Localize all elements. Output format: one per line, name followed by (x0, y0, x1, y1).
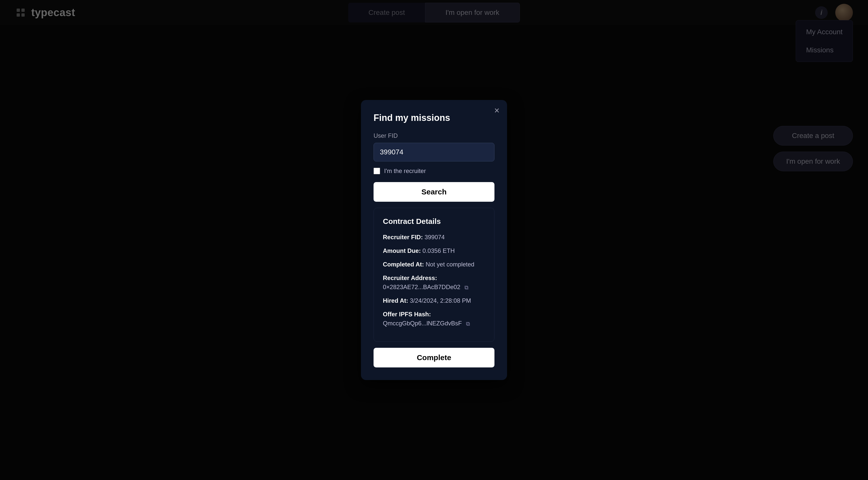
offer-ipfs-val: QmccgGbQp6...lNEZGdvBsF (383, 320, 462, 327)
contract-amount-due: Amount Due: 0.0356 ETH (383, 246, 485, 255)
modal-backdrop: × Find my missions User FID I'm the recr… (0, 0, 868, 480)
user-fid-input[interactable] (374, 143, 494, 161)
recruiter-fid-key: Recruiter FID: (383, 234, 423, 241)
copy-ipfs-icon[interactable]: ⧉ (466, 320, 470, 328)
contract-title: Contract Details (383, 217, 485, 226)
contract-offer-ipfs: Offer IPFS Hash: QmccgGbQp6...lNEZGdvBsF… (383, 310, 485, 328)
modal-title: Find my missions (374, 113, 494, 123)
contract-details: Contract Details Recruiter FID: 399074 A… (374, 208, 494, 342)
offer-ipfs-key: Offer IPFS Hash: (383, 311, 431, 318)
completed-at-key: Completed At: (383, 261, 424, 268)
recruiter-fid-val: 399074 (425, 234, 444, 241)
amount-due-val: 0.0356 ETH (423, 247, 455, 254)
copy-address-icon[interactable]: ⧉ (464, 283, 468, 292)
recruiter-checkbox-label: I'm the recruiter (384, 167, 426, 174)
search-button[interactable]: Search (374, 182, 494, 202)
contract-recruiter-fid: Recruiter FID: 399074 (383, 233, 485, 242)
completed-at-val: Not yet completed (426, 261, 474, 268)
recruiter-checkbox-row: I'm the recruiter (374, 167, 494, 174)
find-missions-modal: × Find my missions User FID I'm the recr… (361, 100, 507, 380)
contract-completed-at: Completed At: Not yet completed (383, 260, 485, 269)
recruiter-address-key: Recruiter Address: (383, 275, 437, 281)
contract-recruiter-address: Recruiter Address: 0×2823AE72...BAcB7DDe… (383, 274, 485, 292)
complete-button[interactable]: Complete (374, 348, 494, 367)
contract-hired-at: Hired At: 3/24/2024, 2:28:08 PM (383, 296, 485, 305)
amount-due-key: Amount Due: (383, 247, 421, 254)
recruiter-checkbox[interactable] (374, 168, 380, 174)
recruiter-address-val: 0×2823AE72...BAcB7DDe02 (383, 284, 460, 290)
user-fid-label: User FID (374, 132, 494, 139)
modal-close-button[interactable]: × (494, 106, 499, 115)
hired-at-key: Hired At: (383, 297, 408, 304)
hired-at-val: 3/24/2024, 2:28:08 PM (410, 297, 471, 304)
